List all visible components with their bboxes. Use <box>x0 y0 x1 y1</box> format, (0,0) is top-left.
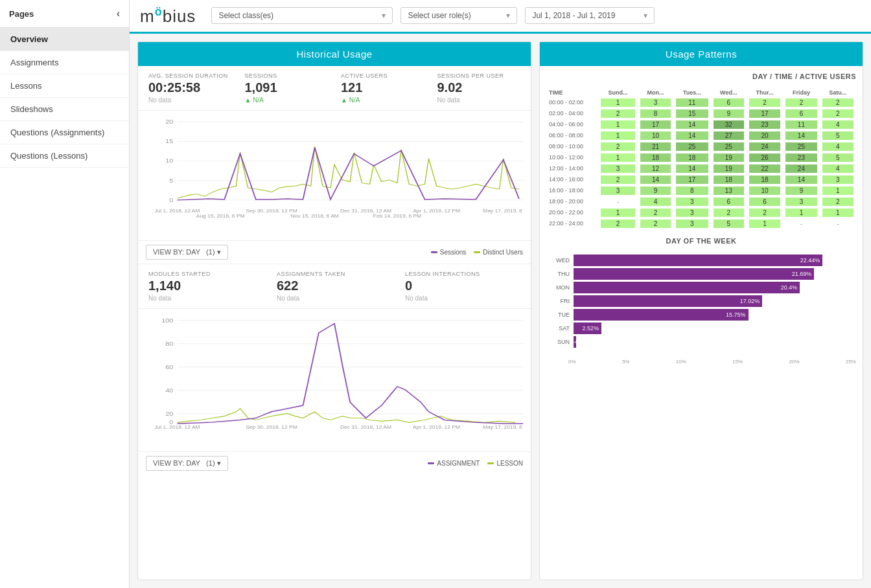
activity-chart: 100 80 60 40 20 0 Jul 1, 2018, 12 AM Sep… <box>138 309 531 451</box>
heatmap-cell-3-3: 27 <box>711 130 747 141</box>
role-select[interactable]: Select user role(s) ▾ <box>401 7 517 24</box>
dow-bar-fill-wed: 22.44% <box>574 254 822 266</box>
dow-bar-fill-sat: 2.52% <box>574 322 601 334</box>
sidebar-collapse-icon[interactable]: ‹ <box>117 8 120 19</box>
heatmap-cell-3-1: 10 <box>638 130 673 141</box>
heatmap-row-3: 06:00 - 08:00110142720145 <box>546 130 856 141</box>
dow-bar-fill-fri: 17.02% <box>574 295 762 307</box>
dow-bar-fill-thu: 21.69% <box>574 268 814 280</box>
svg-text:Nov 15, 2018, 6 AM: Nov 15, 2018, 6 AM <box>291 214 339 219</box>
sidebar-item-slideshows[interactable]: Slideshows <box>0 98 129 121</box>
sidebar-item-questions-assignments[interactable]: Questions (Assignments) <box>0 121 129 144</box>
svg-text:80: 80 <box>165 340 174 346</box>
heatmap-time-3: 06:00 - 08:00 <box>546 130 598 141</box>
sessions-legend-users: Distinct Users <box>474 249 523 256</box>
dow-label-thu: THU <box>552 271 570 277</box>
heatmap-cell-4-4: 24 <box>747 141 783 152</box>
date-range-select[interactable]: Jul 1, 2018 - Jul 1, 2019 ▾ <box>525 7 655 24</box>
heatmap-col-3: Tues... <box>673 88 711 97</box>
content-area: Historical Usage AVG. SESSION DURATION 0… <box>130 34 871 588</box>
heatmap-time-8: 16:00 - 18:00 <box>546 185 598 196</box>
assignment-legend: ASSIGNMENT <box>428 460 480 467</box>
sidebar-item-assignments[interactable]: Assignments <box>0 51 129 74</box>
dow-label-sun: SUN <box>552 339 570 345</box>
sessions-view-by-row: VIEW BY: DAY (1) ▾ Sessions Distinct Use… <box>138 240 531 264</box>
dow-axis-tick-0: 0% <box>568 359 576 365</box>
dow-bar-fri: FRI17.02% <box>552 295 851 307</box>
activity-stat-lesson-interactions: LESSON INTERACTIONS 0 No data <box>405 271 520 302</box>
heatmap-row-5: 10:00 - 12:00118181926235 <box>546 152 856 163</box>
heatmap-cell-4-5: 25 <box>783 141 819 152</box>
svg-text:May 17, 2019, 6 AM: May 17, 2019, 6 AM <box>483 425 523 430</box>
date-select-arrow: ▾ <box>644 11 647 20</box>
heatmap-cell-2-5: 11 <box>783 119 819 130</box>
heatmap-cell-0-5: 2 <box>783 97 819 108</box>
heatmap-cell-9-2: 3 <box>673 196 711 207</box>
heatmap-cell-2-2: 14 <box>673 119 711 130</box>
heatmap-cell-8-3: 13 <box>711 185 747 196</box>
dow-bar-container-sun: -0.18% <box>574 336 851 348</box>
heatmap-col-2: Mon... <box>638 88 673 97</box>
svg-text:Jul 1, 2018, 12 AM: Jul 1, 2018, 12 AM <box>154 208 200 213</box>
svg-text:Aug 15, 2018, 6 PM: Aug 15, 2018, 6 PM <box>196 214 245 219</box>
sidebar-item-overview[interactable]: Overview <box>0 28 129 51</box>
heatmap-cell-9-3: 6 <box>711 196 747 207</box>
sessions-color <box>431 251 437 253</box>
heatmap-cell-6-2: 14 <box>673 163 711 174</box>
heatmap-cell-10-0: 1 <box>598 207 638 218</box>
heatmap-cell-6-3: 19 <box>711 163 747 174</box>
sidebar-nav: OverviewAssignmentsLessonsSlideshowsQues… <box>0 28 129 168</box>
heatmap-cell-9-4: 6 <box>747 196 783 207</box>
dow-axis-tick-4: 20% <box>789 359 800 365</box>
sidebar-item-questions-lessons[interactable]: Questions (Lessons) <box>0 144 129 168</box>
distinct-users-label: Distinct Users <box>483 249 523 256</box>
heatmap-cell-3-5: 14 <box>783 130 819 141</box>
stat-active-users: ACTIVE USERS 121 ▲ N/A <box>341 73 424 104</box>
dow-bar-value-wed: 22.44% <box>800 257 820 264</box>
svg-text:15: 15 <box>165 138 174 144</box>
dow-axis-tick-2: 10% <box>676 359 686 365</box>
heatmap-cell-0-0: 1 <box>598 97 638 108</box>
heatmap-cell-11-4: 1 <box>747 218 783 229</box>
dow-bar-value-tue: 15.75% <box>726 311 746 318</box>
role-select-arrow: ▾ <box>506 11 510 20</box>
dow-bar-fill-mon: 20.4% <box>574 282 800 293</box>
heatmap-row-11: 22:00 - 24:0022351-- <box>546 218 856 229</box>
heatmap-cell-8-1: 9 <box>638 185 673 196</box>
dow-axis: 0%5%10%15%20%25% <box>546 359 856 365</box>
heatmap-cell-1-3: 9 <box>711 108 747 119</box>
heatmap-cell-9-6: 2 <box>820 196 856 207</box>
svg-text:20: 20 <box>165 410 174 416</box>
heatmap-row-10: 20:00 - 22:001232211 <box>546 207 856 218</box>
heatmap-cell-1-2: 15 <box>673 108 711 119</box>
sessions-view-by-button[interactable]: VIEW BY: DAY (1) ▾ <box>146 245 228 260</box>
sessions-chart: 20 15 10 5 0 Jul 1, 2018, 12 AM Sep 30, … <box>138 111 531 240</box>
svg-text:May 17, 2019, 6 AM: May 17, 2019, 6 AM <box>483 208 523 213</box>
sidebar-item-lessons[interactable]: Lessons <box>0 74 129 98</box>
dow-label-fri: FRI <box>552 298 570 304</box>
heatmap-cell-11-6: - <box>820 218 856 229</box>
dow-axis-tick-3: 15% <box>732 359 743 365</box>
dow-bar-container-mon: 20.4% <box>574 282 851 293</box>
heatmap-cell-5-6: 5 <box>820 152 856 163</box>
heatmap-cell-1-4: 17 <box>747 108 783 119</box>
lesson-color <box>487 462 494 464</box>
svg-text:10: 10 <box>165 157 174 164</box>
assignment-color <box>428 462 434 464</box>
historical-usage-title: Historical Usage <box>138 42 531 66</box>
historical-stats-row: AVG. SESSION DURATION 00:25:58 No data S… <box>138 66 531 111</box>
class-select[interactable]: Select class(es) ▾ <box>211 7 393 24</box>
activity-view-by-button[interactable]: VIEW BY: DAY (1) ▾ <box>146 456 228 471</box>
svg-text:Dec 31, 2018, 12 AM: Dec 31, 2018, 12 AM <box>340 208 391 213</box>
heatmap-cell-4-1: 21 <box>638 141 673 152</box>
dow-bar-container-sat: 2.52% <box>574 322 851 334</box>
dow-bar-value-mon: 20.4% <box>781 284 798 291</box>
heatmap-cell-1-0: 2 <box>598 108 638 119</box>
heatmap-cell-0-4: 2 <box>747 97 783 108</box>
stat-sessions-per-user: SESSIONS PER USER 9.02 No data <box>437 73 521 104</box>
heatmap-cell-4-2: 25 <box>673 141 711 152</box>
heatmap-cell-7-4: 18 <box>747 174 783 185</box>
dow-bar-fill-sun: -0.18% <box>574 336 576 348</box>
heatmap-cell-5-1: 18 <box>638 152 673 163</box>
stat-sessions: SESSIONS 1,091 ▲ N/A <box>245 73 329 104</box>
